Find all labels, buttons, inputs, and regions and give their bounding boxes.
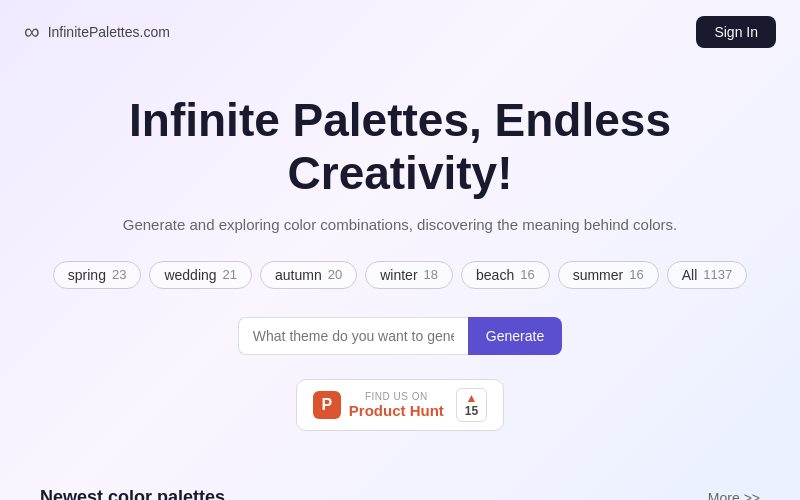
tag-wedding[interactable]: wedding21 bbox=[149, 261, 252, 289]
tag-label: winter bbox=[380, 267, 417, 283]
tag-count: 18 bbox=[424, 267, 438, 282]
tag-count: 21 bbox=[223, 267, 237, 282]
generate-button[interactable]: Generate bbox=[468, 317, 562, 355]
site-name: InfinitePalettes.com bbox=[48, 24, 170, 40]
tag-count: 23 bbox=[112, 267, 126, 282]
newest-header: Newest color palettes More >> bbox=[40, 487, 760, 500]
tag-count: 16 bbox=[629, 267, 643, 282]
hero-subtitle: Generate and exploring color combination… bbox=[20, 216, 780, 233]
search-row: Generate bbox=[20, 317, 780, 355]
product-hunt-votes: ▲ 15 bbox=[456, 388, 487, 422]
hero-title: Infinite Palettes, Endless Creativity! bbox=[20, 94, 780, 200]
tags-row: spring23wedding21autumn20winter18beach16… bbox=[20, 261, 780, 289]
product-hunt-badge-wrap: P FIND US ON Product Hunt ▲ 15 bbox=[20, 379, 780, 431]
logo-icon: ∞ bbox=[24, 19, 40, 45]
logo-area[interactable]: ∞ InfinitePalettes.com bbox=[24, 19, 170, 45]
tag-spring[interactable]: spring23 bbox=[53, 261, 142, 289]
tag-count: 1137 bbox=[703, 267, 732, 282]
product-hunt-label: FIND US ON Product Hunt bbox=[349, 391, 444, 419]
product-hunt-icon: P bbox=[313, 391, 341, 419]
tag-summer[interactable]: summer16 bbox=[558, 261, 659, 289]
more-link[interactable]: More >> bbox=[708, 490, 760, 500]
tag-beach[interactable]: beach16 bbox=[461, 261, 550, 289]
theme-search-input[interactable] bbox=[238, 317, 468, 355]
tag-count: 16 bbox=[520, 267, 534, 282]
tag-label: All bbox=[682, 267, 698, 283]
tag-label: summer bbox=[573, 267, 624, 283]
tag-label: wedding bbox=[164, 267, 216, 283]
tag-count: 20 bbox=[328, 267, 342, 282]
upvote-arrow: ▲ bbox=[466, 392, 478, 404]
tag-winter[interactable]: winter18 bbox=[365, 261, 453, 289]
product-hunt-badge[interactable]: P FIND US ON Product Hunt ▲ 15 bbox=[296, 379, 504, 431]
vote-count: 15 bbox=[465, 404, 478, 418]
signin-button[interactable]: Sign In bbox=[696, 16, 776, 48]
tag-label: beach bbox=[476, 267, 514, 283]
tag-label: spring bbox=[68, 267, 106, 283]
product-hunt-find-us: FIND US ON bbox=[349, 391, 444, 402]
hero-section: Infinite Palettes, Endless Creativity! G… bbox=[0, 64, 800, 487]
newest-section: Newest color palettes More >> bbox=[0, 487, 800, 500]
tag-label: autumn bbox=[275, 267, 322, 283]
tag-autumn[interactable]: autumn20 bbox=[260, 261, 357, 289]
site-header: ∞ InfinitePalettes.com Sign In bbox=[0, 0, 800, 64]
product-hunt-name: Product Hunt bbox=[349, 402, 444, 419]
newest-title: Newest color palettes bbox=[40, 487, 225, 500]
tag-All[interactable]: All1137 bbox=[667, 261, 747, 289]
